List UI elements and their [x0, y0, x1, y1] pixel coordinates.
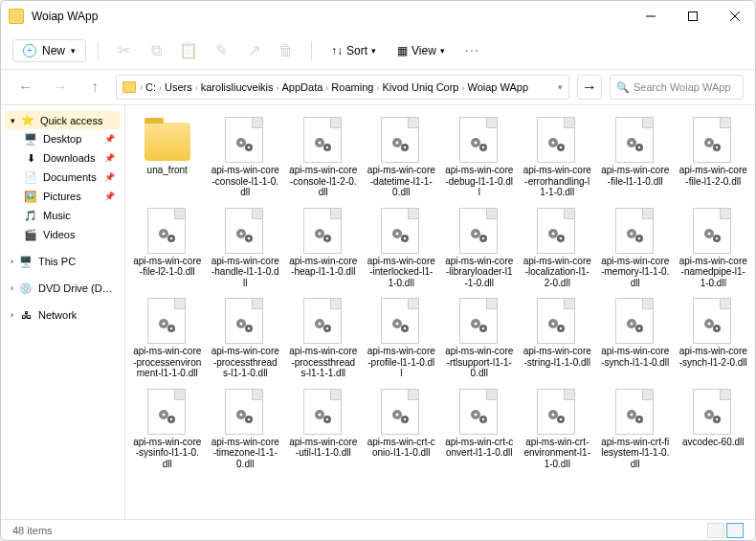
file-item[interactable]: api-ms-win-core-processthreads-l1-1-0.dl… [208, 294, 284, 383]
file-item[interactable]: api-ms-win-core-file-l1-1-0.dll [597, 113, 674, 202]
cut-icon[interactable]: ✂ [110, 37, 137, 64]
new-button[interactable]: + New ▾ [12, 39, 86, 62]
svg-point-37 [240, 232, 243, 235]
search-input[interactable]: 🔍 Search Woiap WApp [610, 75, 744, 100]
file-item[interactable]: api-ms-win-core-handle-l1-1-0.dll [208, 204, 284, 293]
file-label: api-ms-win-core-synch-l1-2-0.dll [678, 346, 750, 368]
file-item[interactable]: api-ms-win-crt-convert-l1-1-0.dll [441, 385, 518, 474]
breadcrumb-segment[interactable]: Woiap WApp [464, 81, 531, 93]
folder-icon [9, 9, 24, 24]
sidebar-network[interactable]: › 🖧 Network [5, 305, 121, 325]
svg-point-51 [482, 237, 484, 238]
svg-point-83 [482, 327, 484, 329]
delete-icon[interactable]: 🗑 [273, 37, 300, 64]
star-icon: ⭐ [21, 114, 34, 126]
sidebar-item[interactable]: 🖼️Pictures📌 [5, 187, 121, 206]
file-item[interactable]: api-ms-win-crt-filesystem-l1-1-0.dll [597, 385, 674, 474]
item-icon: 🖥️ [24, 132, 37, 146]
file-label: api-ms-win-core-memory-l1-1-0.dll [599, 256, 672, 289]
chevron-right-icon: › [11, 283, 13, 293]
sort-button[interactable]: ↑↓ Sort ▾ [323, 40, 384, 61]
sidebar-quick-access[interactable]: ▾ ⭐ Quick access [5, 111, 121, 129]
file-item[interactable]: api-ms-win-core-synch-l1-1-0.dll [597, 294, 674, 383]
maximize-button[interactable] [680, 4, 705, 29]
sidebar-this-pc[interactable]: › 🖥️ This PC [5, 252, 121, 271]
sidebar-item[interactable]: 🎵Music [5, 206, 121, 225]
file-label: avcodec-60.dll [680, 437, 745, 448]
file-item[interactable]: api-ms-win-core-namedpipe-l1-1-0.dll [676, 204, 752, 293]
svg-point-125 [708, 413, 711, 416]
forward-button[interactable]: → [47, 74, 74, 101]
file-item[interactable]: api-ms-win-core-libraryloader-l1-1-0.dll [441, 204, 518, 293]
folder-item[interactable]: una_front [129, 113, 206, 202]
rename-icon[interactable]: ✎ [208, 37, 234, 64]
share-icon[interactable]: ↗ [240, 37, 267, 64]
file-item[interactable]: api-ms-win-core-processthreads-l1-1-1.dl… [285, 294, 362, 383]
file-item[interactable]: api-ms-win-core-console-l1-2-0.dll [285, 113, 362, 202]
pin-icon: 📌 [104, 153, 115, 163]
view-button[interactable]: ▦ View ▾ [389, 40, 453, 61]
chevron-down-icon[interactable]: ▾ [558, 82, 563, 92]
svg-point-61 [708, 232, 711, 235]
copy-icon[interactable]: ⧉ [143, 37, 169, 64]
file-pane[interactable]: una_frontapi-ms-win-core-console-l1-1-0.… [125, 105, 755, 519]
file-item[interactable]: api-ms-win-core-console-l1-1-0.dll [208, 113, 284, 202]
sidebar-item[interactable]: 🎬Videos [5, 225, 121, 244]
file-item[interactable]: api-ms-win-core-interlocked-l1-1-0.dll [364, 204, 440, 293]
sidebar-item[interactable]: ⬇Downloads📌 [5, 148, 121, 168]
svg-point-11 [326, 147, 328, 148]
details-view-button[interactable] [707, 523, 724, 538]
icons-view-button[interactable] [726, 523, 744, 538]
file-item[interactable]: api-ms-win-core-profile-l1-1-0.dll [364, 294, 440, 383]
close-button[interactable] [723, 4, 747, 29]
refresh-button[interactable]: → [577, 75, 602, 100]
svg-point-75 [326, 327, 328, 329]
file-item[interactable]: api-ms-win-core-sysinfo-l1-1-0.dll [129, 385, 206, 474]
file-item[interactable]: api-ms-win-core-file-l1-2-0.dll [676, 113, 752, 202]
file-item[interactable]: api-ms-win-core-file-l2-1-0.dll [129, 204, 206, 293]
file-item[interactable]: api-ms-win-core-synch-l1-2-0.dll [676, 294, 752, 383]
svg-point-7 [248, 147, 250, 148]
file-label: api-ms-win-core-localization-l1-2-0.dll [522, 256, 594, 289]
breadcrumb-segment[interactable]: AppData [279, 81, 326, 93]
back-button[interactable]: ← [12, 74, 39, 101]
breadcrumb[interactable]: › C:›Users›karolisliucveikis›AppData›Roa… [116, 75, 569, 100]
statusbar: 48 items [1, 519, 755, 540]
svg-point-67 [170, 327, 172, 329]
breadcrumb-segment[interactable]: karolisliucveikis [198, 81, 277, 93]
more-button[interactable]: ⋯ [458, 37, 485, 64]
breadcrumb-segment[interactable]: Kivod Uniq Corp [379, 81, 461, 93]
file-label: api-ms-win-core-profile-l1-1-0.dll [366, 346, 438, 379]
svg-point-99 [170, 417, 172, 419]
breadcrumb-segment[interactable]: Roaming [328, 81, 376, 93]
file-item[interactable]: api-ms-win-core-util-l1-1-0.dll [285, 385, 362, 474]
file-item[interactable]: api-ms-win-core-debug-l1-1-0.dll [441, 113, 518, 202]
file-item[interactable]: api-ms-win-core-datetime-l1-1-0.dll [364, 113, 440, 202]
file-item[interactable]: api-ms-win-core-rtlsupport-l1-1-0.dll [441, 294, 518, 383]
svg-point-23 [560, 147, 562, 148]
file-item[interactable]: avcodec-60.dll [676, 385, 752, 474]
sidebar-item[interactable]: 🖥️Desktop📌 [5, 129, 121, 148]
file-item[interactable]: api-ms-win-crt-conio-l1-1-0.dll [364, 385, 440, 474]
svg-point-19 [482, 147, 484, 148]
breadcrumb-segment[interactable]: Users [162, 81, 195, 93]
breadcrumb-segment[interactable]: C: [143, 81, 159, 93]
file-item[interactable]: api-ms-win-core-timezone-l1-1-0.dll [208, 385, 284, 474]
file-item[interactable]: api-ms-win-core-memory-l1-1-0.dll [597, 204, 674, 293]
sidebar-item[interactable]: 📄Documents📌 [5, 168, 121, 187]
file-item[interactable]: api-ms-win-core-processenvironment-l1-1-… [129, 294, 206, 383]
file-label: api-ms-win-core-console-l1-1-0.dll [210, 165, 282, 198]
file-item[interactable]: api-ms-win-core-heap-l1-1-0.dll [285, 204, 362, 293]
sidebar-dvd[interactable]: › 💿 DVD Drive (D:) CCCC [5, 279, 121, 298]
file-item[interactable]: api-ms-win-core-errorhandling-l1-1-0.dll [520, 113, 596, 202]
file-label: api-ms-win-crt-convert-l1-1-0.dll [443, 437, 516, 459]
svg-point-89 [630, 323, 633, 326]
file-item[interactable]: api-ms-win-crt-environment-l1-1-0.dll [520, 385, 596, 474]
disc-icon: 💿 [19, 282, 33, 295]
minimize-button[interactable] [638, 4, 663, 29]
paste-icon[interactable]: 📋 [175, 37, 202, 64]
dll-icon [381, 298, 421, 344]
file-item[interactable]: api-ms-win-core-localization-l1-2-0.dll [520, 204, 596, 293]
up-button[interactable]: ↑ [81, 74, 108, 101]
file-item[interactable]: api-ms-win-core-string-l1-1-0.dll [520, 294, 596, 383]
